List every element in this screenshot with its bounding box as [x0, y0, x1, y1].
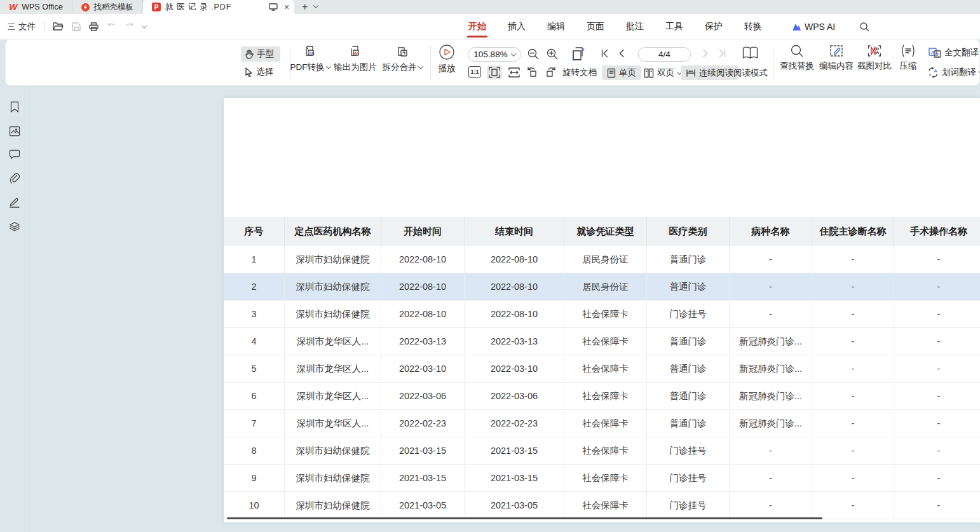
comment-icon[interactable] — [9, 149, 20, 160]
rotate-pages-icon[interactable] — [571, 46, 586, 62]
menu-tab-home[interactable]: 开始 — [467, 14, 487, 39]
column-header: 定点医药机构名称 — [285, 217, 381, 246]
table-cell: - — [812, 465, 894, 492]
export-image-button[interactable]: 输出为图片 — [332, 44, 379, 73]
select-tool-button[interactable]: 选择 — [241, 64, 280, 79]
undo-icon[interactable] — [107, 23, 116, 31]
rotate-right-icon[interactable] — [545, 65, 557, 78]
save-icon[interactable] — [72, 22, 81, 31]
menu-tab-tools[interactable]: 工具 — [664, 14, 684, 39]
fit-page-button[interactable] — [487, 65, 502, 79]
menu-tab-protect[interactable]: 保护 — [704, 14, 724, 39]
word-translate-label: 划词翻译 — [942, 67, 976, 78]
table-cell: 2 — [224, 273, 285, 301]
attachment-paperclip-icon[interactable] — [9, 172, 20, 184]
embedded-horizontal-scrollbar[interactable] — [227, 517, 822, 519]
table-row: 4深圳市龙华区人...2022-03-132022-03-13社会保障卡普通门诊… — [224, 328, 980, 355]
menu-tab-page[interactable]: 页面 — [585, 14, 606, 39]
qat-more-chevron-icon[interactable] — [142, 23, 147, 28]
hand-icon — [245, 50, 254, 59]
column-header: 医疗类别 — [647, 217, 730, 246]
open-file-icon[interactable] — [53, 22, 64, 31]
play-icon — [439, 44, 455, 60]
table-cell: 社会保障卡 — [564, 465, 647, 492]
menu-tab-edit[interactable]: 编辑 — [546, 14, 566, 39]
tab-docer-templates[interactable]: 找稻壳模板 — [72, 0, 144, 14]
table-cell: 深圳市妇幼保健院 — [285, 246, 381, 273]
find-replace-search-icon — [790, 44, 804, 58]
read-mode-book-icon[interactable] — [742, 46, 759, 60]
menu-tab-convert[interactable]: 转换 — [743, 14, 763, 39]
table-cell: - — [812, 410, 894, 437]
double-page-button[interactable]: 双页 — [641, 65, 684, 80]
table-cell: 2022-08-10 — [381, 273, 465, 301]
left-panel-sidebar — [0, 87, 29, 532]
close-tab-icon[interactable]: × — [284, 2, 289, 12]
pdf-convert-button[interactable]: W PDF转换 — [289, 44, 331, 73]
table-cell: 9 — [224, 465, 285, 492]
table-cell: 2022-08-10 — [381, 301, 465, 328]
table-cell: 2021-03-05 — [465, 492, 564, 519]
first-page-icon[interactable] — [601, 49, 609, 58]
cast-screen-icon[interactable] — [269, 3, 278, 11]
compress-button[interactable]: 压缩 — [894, 44, 922, 72]
continuous-read-label: 连续阅读 — [699, 67, 733, 79]
rotate-left-icon[interactable] — [526, 65, 538, 78]
rotate-document-button[interactable]: 旋转文档 — [562, 65, 597, 79]
find-replace-button[interactable]: 查找替换 — [779, 44, 815, 72]
wps-ai-button[interactable]: WPS AI — [791, 22, 835, 32]
bookmark-icon[interactable] — [10, 101, 20, 113]
table-row: 6深圳市龙华区人...2022-03-062022-03-06社会保障卡普通门诊… — [224, 383, 980, 410]
actual-size-button[interactable]: 1:1 — [468, 66, 481, 78]
layers-icon[interactable] — [9, 221, 20, 232]
column-header: 病种名称 — [730, 217, 812, 246]
svg-text:文: 文 — [936, 51, 940, 57]
hand-tool-button[interactable]: 手型 — [241, 46, 280, 62]
thumbnail-image-icon[interactable] — [9, 126, 20, 137]
word-translate-button[interactable]: xA 划词翻译 — [927, 65, 980, 79]
single-page-label: 单页 — [619, 67, 636, 79]
table-cell: 普通门诊 — [647, 383, 730, 410]
tab-list-chevron-icon[interactable] — [313, 3, 318, 8]
next-page-icon[interactable] — [702, 49, 709, 58]
divider — [773, 46, 773, 79]
last-page-icon[interactable] — [718, 49, 726, 58]
signature-pen-icon[interactable] — [9, 196, 20, 208]
table-cell: 2021-03-05 — [381, 492, 465, 519]
read-mode-button[interactable]: 阅读模式 — [733, 65, 768, 80]
split-merge-button[interactable]: 拆分合并 — [379, 44, 425, 73]
tab-wps-office[interactable]: W WPS Office — [0, 0, 72, 14]
menu-search-icon[interactable] — [859, 22, 869, 32]
zoom-out-icon[interactable] — [527, 48, 540, 60]
continuous-read-button[interactable]: 连续阅读 — [681, 65, 738, 80]
table-cell: 普通门诊 — [647, 355, 730, 383]
zoom-level-select[interactable]: 105.88% — [468, 47, 521, 62]
edit-content-button[interactable]: 编辑内容 — [818, 44, 855, 72]
new-tab-icon[interactable]: + — [302, 1, 308, 13]
table-cell: 门诊挂号 — [647, 301, 730, 328]
divider — [430, 46, 431, 79]
full-translate-button[interactable]: A文 全文翻译 — [929, 46, 979, 60]
table-cell: 2022-03-10 — [465, 355, 564, 383]
tab-document-active[interactable]: P 就 医 记 录 .PDF × — [143, 0, 294, 14]
zoom-in-icon[interactable] — [546, 48, 559, 60]
print-icon[interactable] — [89, 22, 99, 31]
file-menu-button[interactable]: 三 文件 — [8, 21, 36, 32]
table-cell: - — [894, 246, 980, 273]
redo-icon[interactable] — [125, 23, 134, 31]
single-page-button[interactable]: 单页 — [602, 65, 641, 80]
table-cell: 4 — [224, 328, 285, 355]
screenshot-compare-button[interactable]: 截图对比 — [856, 44, 893, 72]
table-cell: 2022-08-10 — [465, 273, 564, 301]
menu-tab-insert[interactable]: 插入 — [507, 14, 527, 39]
export-image-label: 输出为图片 — [334, 62, 377, 73]
pdf-page[interactable]: 序号定点医药机构名称开始时间结束时间就诊凭证类型医疗类别病种名称住院主诊断名称手… — [224, 98, 980, 522]
previous-page-icon[interactable] — [618, 49, 625, 58]
table-cell: 2022-02-23 — [465, 410, 564, 437]
table-cell: 8 — [224, 437, 285, 465]
fit-width-button[interactable] — [507, 65, 522, 79]
page-number-input[interactable]: 4/4 — [638, 47, 691, 62]
table-row: 5深圳市龙华区人...2022-03-102022-03-10社会保障卡普通门诊… — [224, 355, 980, 383]
play-button[interactable]: 播放 — [433, 44, 461, 74]
menu-tab-comment[interactable]: 批注 — [625, 14, 645, 39]
